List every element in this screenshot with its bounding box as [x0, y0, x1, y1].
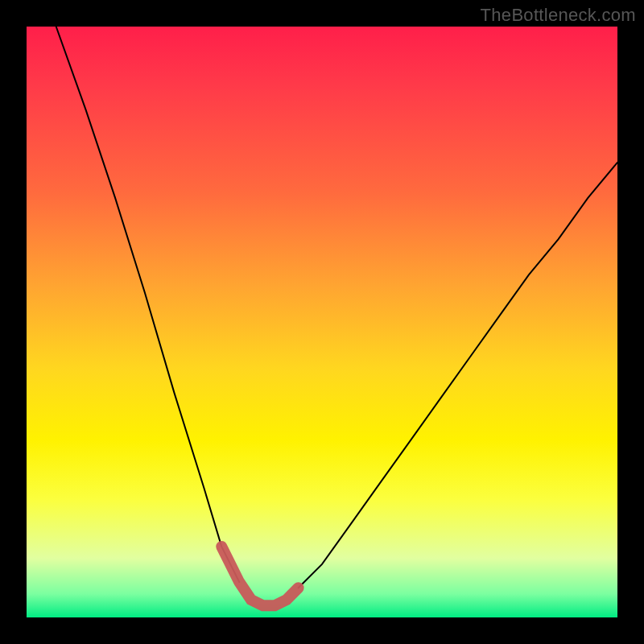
- watermark-text: TheBottleneck.com: [481, 5, 636, 26]
- curve-svg: [27, 27, 617, 617]
- bottleneck-curve-left: [56, 27, 240, 582]
- valley-highlight: [221, 547, 298, 605]
- bottleneck-curve-right: [299, 163, 617, 588]
- chart-frame: TheBottleneck.com: [0, 0, 644, 644]
- plot-area: [27, 27, 617, 617]
